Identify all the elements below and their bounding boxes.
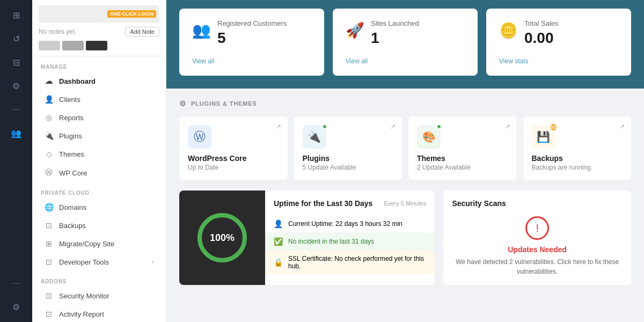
uptime-circle-area: 100% (179, 191, 265, 285)
icon-bar-grid[interactable]: ⊞ (6, 5, 26, 25)
settings-gear-icon: ⚙ (179, 99, 187, 108)
sales-icon: 🪙 (499, 21, 518, 39)
stat-card-sales: 🪙 Total Sales 0.00 View stats (486, 9, 631, 76)
plugin-card-plugins[interactable]: ↗ 🔌 Plugins 5 Update Available (294, 116, 402, 180)
plugins-status-dot (322, 124, 327, 129)
backups-card-name: Backups (532, 154, 623, 163)
uptime-row-incident: ✅ No incident in the last 31 days (265, 233, 435, 251)
uptime-title: Uptime for the Last 30 Days (274, 199, 372, 208)
wpcore-card-icon: Ⓦ (188, 125, 211, 149)
stats-header: 👥 Registered Customers 5 View all 🚀 Site… (166, 0, 644, 89)
nav-themes[interactable]: ◇ Themes (35, 145, 163, 163)
uptime-details: Uptime for the Last 30 Days Every 5 Minu… (265, 191, 435, 285)
icon-bar-refresh[interactable]: ↺ (6, 29, 26, 48)
security-card[interactable]: Security Scans ! Updates Needed We have … (443, 191, 631, 285)
customers-value: 5 (217, 30, 311, 47)
security-alert-icon: ! (525, 216, 549, 240)
stat-card-customers: 👥 Registered Customers 5 View all (179, 9, 324, 76)
plugin-card-backups[interactable]: ↗ 💾 83 Backups Backups are running. (523, 116, 632, 180)
sites-view-all[interactable]: View all (346, 57, 465, 65)
themes-card-icon: 🎨 (417, 125, 441, 149)
nav-dashboard[interactable]: ☁ Dashboard (35, 72, 163, 90)
themes-status-dot (436, 124, 442, 129)
security-monitor-icon: ⊡ (44, 291, 54, 300)
plugins-icon: 🔌 (44, 131, 54, 140)
swatch-mid (62, 41, 84, 50)
no-notes-text: No notes yet. (39, 28, 77, 35)
customers-view-all[interactable]: View all (192, 57, 311, 65)
plugins-themes-header: ⚙ PLUGINS & THEMES (179, 99, 631, 108)
uptime-user-icon: 👤 (274, 219, 283, 228)
section-private-cloud-label: PRIVATE CLOUD (32, 182, 166, 198)
sales-view-stats[interactable]: View stats (499, 57, 618, 65)
icon-bar-users[interactable]: 👥 (6, 123, 26, 143)
uptime-percent: 100% (210, 232, 235, 244)
backups-icon: ⊡ (44, 221, 54, 230)
wpcore-icon: Ⓦ (44, 168, 54, 178)
stat-card-sites: 🚀 Sites Launched 1 View all (333, 9, 478, 76)
swatch-dark (86, 41, 107, 50)
add-note-button[interactable]: Add Note (125, 27, 159, 36)
dashboard-icon: ☁ (44, 77, 54, 85)
plugins-themes-section: ⚙ PLUGINS & THEMES ↗ Ⓦ WordPress Core Up… (166, 89, 644, 191)
sidebar-top: ONE-CLICK LOGIN No notes yet. Add Note (32, 0, 166, 56)
themes-card-sub: 2 Update Available (417, 164, 508, 171)
uptime-card: 100% Uptime for the Last 30 Days Every 5… (179, 191, 435, 285)
plugins-card-icon: 🔌 (303, 125, 326, 149)
uptime-ssl-icon: 🔒 (274, 258, 283, 267)
reports-icon: ◎ (44, 113, 54, 122)
sites-icon: 🚀 (346, 21, 364, 39)
icon-bar-more2[interactable]: ··· (6, 274, 26, 293)
nav-migrate[interactable]: ⊞ Migrate/Copy Site (35, 235, 163, 252)
arrow-icon-wpcore: ↗ (276, 123, 281, 130)
backups-badge: 83 (549, 123, 558, 131)
sales-value: 0.00 (524, 30, 618, 47)
nav-developer[interactable]: ⊡ Developer Tools › (35, 253, 163, 270)
one-click-badge[interactable]: ONE-CLICK LOGIN (107, 10, 156, 18)
security-updates-label: Updates Needed (452, 245, 623, 254)
migrate-icon: ⊞ (44, 239, 54, 248)
themes-icon: ◇ (44, 150, 54, 158)
uptime-circle: 100% (195, 211, 249, 265)
plugin-cards-list: ↗ Ⓦ WordPress Core Up to Date ↗ 🔌 Plugin… (179, 116, 631, 180)
developer-icon: ⊡ (44, 258, 54, 266)
icon-bar-more1[interactable]: ··· (6, 100, 26, 119)
plugin-card-wpcore[interactable]: ↗ Ⓦ WordPress Core Up to Date (179, 116, 288, 180)
arrow-icon-themes: ↗ (505, 123, 510, 130)
wpcore-card-sub: Up to Date (188, 164, 279, 171)
icon-bar-settings2[interactable]: ⚙ (6, 297, 26, 317)
plugins-card-name: Plugins (303, 154, 394, 163)
uptime-check-icon: ✅ (274, 237, 283, 246)
arrow-icon-plugins: ↗ (390, 123, 396, 130)
sites-value: 1 (371, 30, 465, 47)
nav-reports[interactable]: ◎ Reports (35, 109, 163, 126)
nav-backups[interactable]: ⊡ Backups (35, 217, 163, 234)
sites-label: Sites Launched (371, 19, 465, 27)
wpcore-card-name: WordPress Core (188, 154, 279, 163)
clients-icon: 👤 (44, 95, 54, 104)
plugin-card-themes[interactable]: ↗ 🎨 Themes 2 Update Available (408, 116, 517, 180)
section-addons-label: ADDONS (32, 271, 166, 287)
nav-plugins[interactable]: 🔌 Plugins (35, 127, 163, 144)
backups-card-sub: Backups are running. (532, 164, 623, 171)
icon-bar-settings[interactable]: ⚙ (6, 76, 26, 96)
site-preview: ONE-CLICK LOGIN (39, 5, 159, 23)
nav-security-monitor[interactable]: ⊡ Security Monitor (35, 287, 163, 304)
section-manage-label: MANAGE (32, 56, 166, 72)
nav-activity-report[interactable]: ⊡ Activity Report (35, 305, 163, 322)
icon-bar-table[interactable]: ⊟ (6, 53, 26, 72)
nav-clients[interactable]: 👤 Clients (35, 91, 163, 108)
sales-label: Total Sales (524, 19, 618, 27)
activity-report-icon: ⊡ (44, 310, 54, 318)
uptime-row-ssl: 🔒 SSL Certificate: No check performed ye… (265, 251, 435, 274)
main-content: 👥 Registered Customers 5 View all 🚀 Site… (166, 0, 644, 322)
nav-domains[interactable]: 🌐 Domains (35, 199, 163, 216)
uptime-freq: Every 5 Minutes (384, 200, 427, 207)
themes-card-name: Themes (417, 154, 508, 163)
arrow-icon-backups: ↗ (619, 123, 625, 130)
nav-wpcore[interactable]: Ⓦ WP Core (35, 164, 163, 182)
color-swatches (39, 41, 159, 50)
bottom-row: 100% Uptime for the Last 30 Days Every 5… (166, 191, 644, 296)
customers-label: Registered Customers (217, 19, 311, 27)
backups-card-icon: 💾 83 (532, 125, 555, 149)
